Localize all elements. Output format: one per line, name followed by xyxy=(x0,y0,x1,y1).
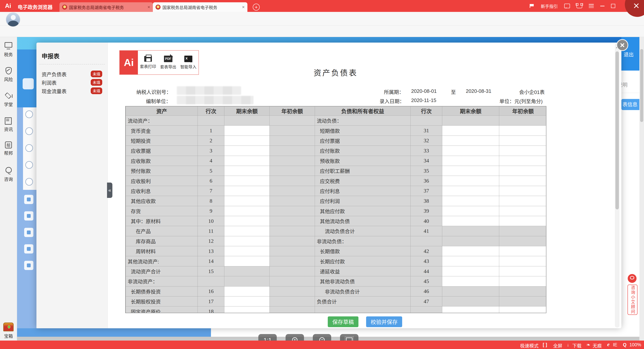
dialog-close-icon[interactable] xyxy=(616,39,628,51)
incognito-icon[interactable]: ❧ xyxy=(586,342,590,348)
fullscreen-label[interactable]: 全屏 xyxy=(553,342,562,349)
ie-label[interactable]: IE xyxy=(613,342,617,348)
page-scrollbar-thumb[interactable] xyxy=(640,49,643,122)
consult-assistant-icon[interactable] xyxy=(627,274,637,284)
amount-cell-ending[interactable] xyxy=(224,256,270,266)
amount-cell-ending[interactable] xyxy=(442,276,499,286)
form-name[interactable]: 现金流量表 xyxy=(42,88,66,94)
menu-icon[interactable] xyxy=(589,4,594,8)
amount-cell-beginning[interactable] xyxy=(499,276,546,286)
declaration-form-item[interactable]: 现金流量表 未填 xyxy=(36,86,108,94)
amount-cell-beginning[interactable] xyxy=(499,216,546,226)
sidebar-item-taxes[interactable]: 税务 xyxy=(0,42,17,58)
panel-collapse-handle[interactable]: « xyxy=(107,182,112,198)
amount-cell-ending[interactable] xyxy=(442,166,499,176)
download-icon[interactable]: ↓ xyxy=(567,342,569,348)
amount-cell-ending[interactable] xyxy=(224,126,270,136)
form-name[interactable]: 资产负债表 xyxy=(42,70,66,78)
row-label: 长期股权投资 xyxy=(126,296,198,306)
amount-cell-beginning[interactable] xyxy=(499,206,546,216)
profile-avatar[interactable] xyxy=(6,12,20,27)
incognito-label[interactable]: 无痕 xyxy=(592,342,602,349)
amount-cell-ending[interactable] xyxy=(442,186,499,196)
amount-cell-ending[interactable] xyxy=(224,206,270,216)
amount-cell-ending[interactable] xyxy=(442,206,499,216)
new-tab-button[interactable]: + xyxy=(253,4,260,10)
sidebar-item-risk[interactable]: 风险 xyxy=(0,67,17,82)
consult-assistant-badge[interactable]: 咨询小艾顾问 xyxy=(628,284,638,315)
amount-cell-ending[interactable] xyxy=(442,136,499,146)
minimize-icon[interactable] xyxy=(600,6,604,6)
amount-cell-ending[interactable] xyxy=(224,306,270,313)
amount-cell-beginning[interactable] xyxy=(499,126,546,136)
amount-cell-beginning[interactable] xyxy=(499,136,546,146)
amount-cell-beginning[interactable] xyxy=(499,266,546,276)
verify-and-save-button[interactable]: 校验并保存 xyxy=(366,316,402,327)
amount-cell-ending[interactable] xyxy=(224,246,270,256)
smart-import-button[interactable]: 智能导入 xyxy=(178,50,198,74)
feedback-icon[interactable] xyxy=(564,4,570,8)
amount-cell-ending[interactable] xyxy=(224,216,270,226)
amount-cell-ending[interactable] xyxy=(224,196,270,206)
amount-cell-ending[interactable] xyxy=(224,136,270,146)
amount-cell-beginning[interactable] xyxy=(499,306,546,313)
amount-cell-ending[interactable] xyxy=(224,156,270,166)
sidebar-item-consult[interactable]: 咨询 xyxy=(0,166,17,182)
sidebar-item-help[interactable]: 帮 帮邦 xyxy=(0,142,17,156)
restore-icon[interactable] xyxy=(611,4,615,8)
amount-cell-ending[interactable] xyxy=(442,246,499,256)
download-label[interactable]: 下载 xyxy=(572,342,582,349)
amount-cell-beginning[interactable] xyxy=(499,246,546,256)
zoom-level[interactable]: 100% xyxy=(630,342,641,348)
amount-cell-ending[interactable] xyxy=(224,186,270,196)
tab-close-icon[interactable]: × xyxy=(148,4,150,10)
amount-cell-ending[interactable] xyxy=(442,266,499,276)
dialog-scrollbar-thumb[interactable] xyxy=(616,52,619,210)
amount-cell-ending[interactable] xyxy=(442,196,499,206)
amount-cell-ending[interactable] xyxy=(224,146,270,156)
ie-icon[interactable]: e xyxy=(607,341,610,348)
save-draft-button[interactable]: 保存草稿 xyxy=(328,316,358,327)
amount-cell-beginning[interactable] xyxy=(499,196,546,206)
amount-cell-ending[interactable] xyxy=(224,176,270,186)
declaration-form-item[interactable]: 利润表 未填 xyxy=(36,78,108,86)
amount-cell-beginning[interactable] xyxy=(499,186,546,196)
amount-cell-ending[interactable] xyxy=(224,286,270,296)
amount-cell-ending[interactable] xyxy=(224,236,270,246)
guide-flag-icon[interactable] xyxy=(530,4,534,8)
exit-button[interactable]: 退出 xyxy=(624,50,634,58)
amount-cell-ending[interactable] xyxy=(224,296,270,306)
theme-icon[interactable] xyxy=(576,4,582,8)
sidebar-item-treasure[interactable]: 宝箱 xyxy=(0,322,17,339)
tab-close-icon[interactable]: × xyxy=(242,4,245,10)
export-pdf-button[interactable]: 套表导出 xyxy=(158,50,178,74)
amount-cell-ending[interactable] xyxy=(442,126,499,136)
print-all-button[interactable]: 套表打印 xyxy=(138,50,158,74)
zoom-magnifier-icon[interactable]: Q xyxy=(623,342,626,348)
amount-cell-ending[interactable] xyxy=(442,146,499,156)
amount-cell-ending[interactable] xyxy=(442,156,499,166)
amount-cell-ending[interactable] xyxy=(224,166,270,176)
amount-cell-ending[interactable] xyxy=(224,226,270,236)
browser-tab-active[interactable]: 国家税务总局湖南省电子税务 × xyxy=(153,2,248,12)
guide-label[interactable]: 新手指引 xyxy=(541,3,558,9)
declaration-form-item[interactable]: 资产负债表 未填 xyxy=(36,69,108,78)
amount-cell-beginning[interactable] xyxy=(499,166,546,176)
amount-cell-ending[interactable] xyxy=(442,256,499,266)
amount-cell-ending[interactable] xyxy=(442,306,499,313)
amount-cell-beginning[interactable] xyxy=(499,156,546,166)
fullscreen-icon[interactable]: [ ] xyxy=(543,342,547,348)
browser-tab-inactive[interactable]: 国家税务总局湖南省电子税务 × xyxy=(60,2,153,12)
nav-icon-fragment xyxy=(23,78,34,89)
amount-cell-beginning[interactable] xyxy=(499,256,546,266)
sidebar-item-school[interactable]: 学堂 xyxy=(0,92,17,108)
speed-mode-label[interactable]: 极速模式 xyxy=(520,342,538,349)
amount-cell-beginning[interactable] xyxy=(499,146,546,156)
window-close-icon[interactable] xyxy=(632,2,640,10)
report-info-button[interactable]: 表信息 xyxy=(621,99,640,110)
form-name[interactable]: 利润表 xyxy=(42,79,56,86)
amount-cell-ending[interactable] xyxy=(442,216,499,226)
amount-cell-ending[interactable] xyxy=(442,176,499,186)
sidebar-item-news[interactable]: 资讯 xyxy=(0,116,17,132)
amount-cell-beginning[interactable] xyxy=(499,176,546,186)
